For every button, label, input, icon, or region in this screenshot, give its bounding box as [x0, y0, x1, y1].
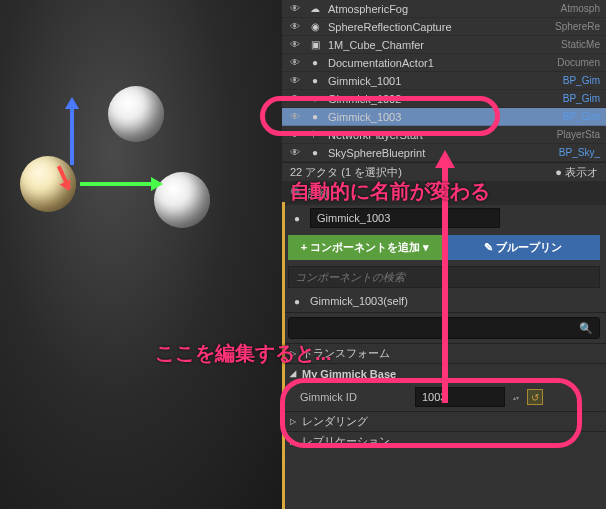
- actor-name-row: ●: [282, 205, 606, 231]
- actor-name: NetworkPlayerStart: [328, 129, 551, 141]
- outliner-row[interactable]: 👁☁AtmosphericFogAtmosph: [282, 0, 606, 18]
- outliner-row[interactable]: 👁◉SphereReflectionCaptureSphereRe: [282, 18, 606, 36]
- outliner-status: 22 アクタ (1 を選択中) ● 表示オ: [282, 163, 606, 181]
- outliner-row[interactable]: 👁●Gimmick_1002BP_Gim: [282, 90, 606, 108]
- gizmo-x-axis[interactable]: [80, 182, 160, 186]
- actor-name: SkySphereBlueprint: [328, 147, 553, 159]
- expand-icon: ▷: [290, 349, 296, 358]
- actor-name-input[interactable]: [310, 208, 500, 228]
- viewport-3d[interactable]: [0, 0, 282, 509]
- mesh-sphere[interactable]: [154, 172, 210, 228]
- blueprint-button[interactable]: ✎ ブループリン: [446, 235, 600, 260]
- property-name: Gimmick ID: [300, 391, 405, 403]
- search-icon: 🔍: [579, 322, 593, 335]
- collapse-icon: ◢: [290, 369, 296, 378]
- root-component-label: Gimmick_1003(self): [310, 295, 408, 307]
- category-rendering[interactable]: ▷ レンダリング: [282, 411, 606, 431]
- gizmo-z-axis[interactable]: [70, 100, 74, 165]
- expand-icon: ▷: [290, 417, 296, 426]
- visibility-toggle[interactable]: 👁: [288, 128, 302, 142]
- component-buttons: + コンポーネントを追加 ▾ ✎ ブループリン: [282, 231, 606, 264]
- outliner-row[interactable]: 👁●Gimmick_1003BP_Gim: [282, 108, 606, 126]
- actor-type-icon: ●: [308, 92, 322, 106]
- category-gimmick-base[interactable]: ◢ My Gimmick Base: [282, 363, 606, 383]
- category-label: トランスフォーム: [302, 346, 390, 361]
- visibility-toggle[interactable]: 👁: [288, 20, 302, 34]
- actor-name: Gimmick_1002: [328, 93, 557, 105]
- outliner-row[interactable]: 👁●Gimmick_1001BP_Gim: [282, 72, 606, 90]
- view-options[interactable]: ● 表示オ: [555, 165, 598, 180]
- outliner-row[interactable]: 👁●DocumentationActor1Documen: [282, 54, 606, 72]
- actor-type-icon: ☁: [308, 2, 322, 16]
- actor-type: SphereRe: [555, 21, 600, 32]
- actor-name: AtmosphericFog: [328, 3, 555, 15]
- add-component-button[interactable]: + コンポーネントを追加 ▾: [288, 235, 442, 260]
- component-search[interactable]: [288, 266, 600, 288]
- outliner-row[interactable]: 👁▣1M_Cube_ChamferStaticMe: [282, 36, 606, 54]
- sphere-icon: ●: [290, 294, 304, 308]
- category-label: My Gimmick Base: [302, 368, 396, 380]
- property-gimmick-id: Gimmick ID ▴▾ ↺: [282, 383, 606, 411]
- actor-type[interactable]: BP_Gim: [563, 93, 600, 104]
- reset-to-default-button[interactable]: ↺: [527, 389, 543, 405]
- search-icon: 🔍: [290, 187, 304, 200]
- details-search[interactable]: 🔍: [288, 317, 600, 339]
- gimmick-id-input[interactable]: [415, 387, 505, 407]
- outliner-row[interactable]: 👁●SkySphereBlueprintBP_Sky_: [282, 144, 606, 162]
- actor-type: StaticMe: [561, 39, 600, 50]
- visibility-toggle[interactable]: 👁: [288, 2, 302, 16]
- category-transform[interactable]: ▷ トランスフォーム: [282, 343, 606, 363]
- actor-name: Gimmick_1001: [328, 75, 557, 87]
- actor-type: PlayerSta: [557, 129, 600, 140]
- visibility-toggle[interactable]: 👁: [288, 92, 302, 106]
- actor-name: SphereReflectionCapture: [328, 21, 549, 33]
- actor-type-icon: ●: [308, 74, 322, 88]
- mesh-sphere-selected[interactable]: [20, 156, 76, 212]
- actor-count: 22 アクタ (1 を選択中): [290, 165, 402, 180]
- actor-type[interactable]: BP_Sky_: [559, 147, 600, 158]
- visibility-toggle[interactable]: 👁: [288, 38, 302, 52]
- actor-name: 1M_Cube_Chamfer: [328, 39, 555, 51]
- details-label: 詳細: [308, 186, 330, 201]
- visibility-toggle[interactable]: 👁: [288, 110, 302, 124]
- side-panel: 👁☁AtmosphericFogAtmosph👁◉SphereReflectio…: [282, 0, 606, 509]
- component-search-input[interactable]: [295, 271, 593, 283]
- panel-accent-border: [282, 202, 285, 509]
- sphere-icon: ●: [290, 211, 304, 225]
- actor-type-icon: ⚐: [308, 128, 322, 142]
- details-panel: 🔍 ▷ トランスフォーム ◢ My Gimmick Base Gimmick I…: [282, 312, 606, 451]
- outliner-row[interactable]: 👁⚐NetworkPlayerStartPlayerSta: [282, 126, 606, 144]
- actor-type-icon: ●: [308, 110, 322, 124]
- expand-icon: ▷: [290, 437, 296, 446]
- actor-type: Atmosph: [561, 3, 600, 14]
- visibility-toggle[interactable]: 👁: [288, 74, 302, 88]
- category-replication[interactable]: ▷ レプリケーション: [282, 431, 606, 451]
- actor-type: Documen: [557, 57, 600, 68]
- actor-type[interactable]: BP_Gim: [563, 75, 600, 86]
- world-outliner[interactable]: 👁☁AtmosphericFogAtmosph👁◉SphereReflectio…: [282, 0, 606, 163]
- details-header: 🔍 詳細: [282, 181, 606, 205]
- category-label: レンダリング: [302, 414, 368, 429]
- category-label: レプリケーション: [302, 434, 390, 449]
- spinner-buttons[interactable]: ▴▾: [509, 388, 523, 406]
- actor-type-icon: ▣: [308, 38, 322, 52]
- actor-name: DocumentationActor1: [328, 57, 551, 69]
- actor-type-icon: ●: [308, 56, 322, 70]
- actor-name: Gimmick_1003: [328, 111, 557, 123]
- visibility-toggle[interactable]: 👁: [288, 146, 302, 160]
- component-tree-root[interactable]: ● Gimmick_1003(self): [282, 290, 606, 312]
- visibility-toggle[interactable]: 👁: [288, 56, 302, 70]
- mesh-sphere[interactable]: [108, 86, 164, 142]
- actor-type-icon: ◉: [308, 20, 322, 34]
- actor-type-icon: ●: [308, 146, 322, 160]
- actor-type[interactable]: BP_Gim: [563, 111, 600, 122]
